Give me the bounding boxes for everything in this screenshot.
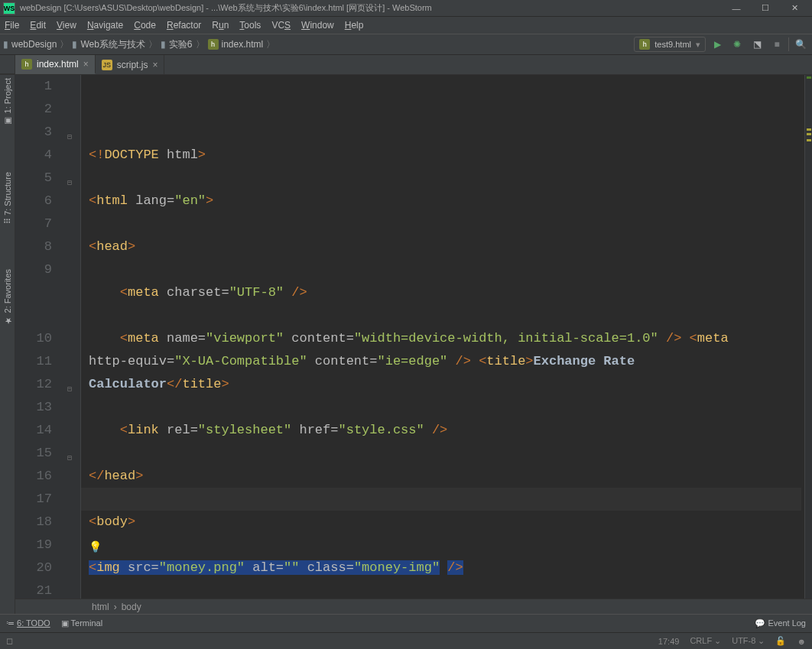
- menu-view[interactable]: View: [57, 20, 76, 31]
- fold-toggle-icon[interactable]: ⊟: [67, 126, 76, 135]
- code-editor[interactable]: 123456789101112131415161718192021 ⊟ ⊟ ⊟ …: [15, 75, 812, 599]
- breadcrumb: ▮webDesign 〉 ▮Web系统与技术 〉 ▮实验6 〉 hindex.h…: [3, 38, 634, 51]
- chevron-right-icon: 〉: [266, 38, 275, 51]
- error-stripe[interactable]: [804, 75, 812, 599]
- chevron-right-icon: 〉: [148, 38, 158, 51]
- js-file-icon: JS: [102, 60, 112, 70]
- tool-terminal[interactable]: ▣ Terminal: [61, 618, 102, 628]
- line-separator[interactable]: CRLF ⌄: [690, 636, 721, 646]
- menu-tools[interactable]: Tools: [239, 20, 261, 31]
- tool-todo[interactable]: ≔ 6: TODO: [6, 618, 50, 628]
- webstorm-app-icon: WS: [3, 2, 15, 15]
- fold-toggle-icon[interactable]: ⊟: [67, 378, 76, 388]
- left-tool-rail: ▣ 1: Project ⠿ 7: Structure ★ 2: Favorit…: [0, 75, 15, 614]
- maximize-button[interactable]: ☐: [751, 1, 780, 16]
- menu-vcs[interactable]: VCS: [271, 20, 291, 31]
- menu-refactor[interactable]: Refactor: [167, 20, 201, 31]
- run-config-label: test9.html: [654, 40, 691, 49]
- menu-code[interactable]: Code: [134, 20, 156, 31]
- status-icon[interactable]: ◻: [6, 636, 13, 646]
- crumb-item[interactable]: body: [122, 602, 141, 612]
- tool-project[interactable]: ▣ 1: Project: [2, 78, 12, 126]
- tool-favorites[interactable]: ★ 2: Favorites: [2, 269, 12, 326]
- minimize-button[interactable]: —: [722, 1, 751, 16]
- window-title: webDesign [C:\Users\ASUS\Desktop\webDesi…: [20, 2, 722, 14]
- breadcrumb-item[interactable]: ▮webDesign: [3, 39, 57, 50]
- fold-column[interactable]: ⊟ ⊟ ⊟ ⊟: [66, 75, 81, 599]
- html-file-icon: h: [639, 39, 650, 50]
- coverage-button[interactable]: ⬔: [749, 36, 765, 53]
- editor-tabs: h index.html × JS script.js ×: [0, 55, 812, 75]
- run-config-selector[interactable]: h test9.html ▾: [634, 37, 706, 52]
- chevron-right-icon: 〉: [196, 38, 205, 51]
- run-button[interactable]: ▶: [709, 36, 726, 53]
- breadcrumb-item[interactable]: ▮实验6: [161, 38, 193, 51]
- caret-position[interactable]: 17:49: [658, 637, 680, 646]
- tab-label: script.js: [117, 60, 148, 70]
- navigation-bar: ▮webDesign 〉 ▮Web系统与技术 〉 ▮实验6 〉 hindex.h…: [0, 34, 812, 55]
- debug-button[interactable]: ✺: [729, 36, 745, 53]
- tab-script-js[interactable]: JS script.js ×: [96, 55, 165, 74]
- folder-icon: ▮: [161, 39, 166, 50]
- folder-icon: ▮: [72, 39, 77, 50]
- status-bar: ◻ 17:49 CRLF ⌄ UTF-8 ⌄ 🔓 ☻: [0, 632, 812, 649]
- crumb-item[interactable]: html: [92, 602, 109, 612]
- chevron-right-icon: ›: [114, 602, 117, 612]
- menubar: File Edit View Navigate Code Refactor Ru…: [0, 17, 812, 34]
- close-tab-icon[interactable]: ×: [83, 59, 89, 70]
- fold-toggle-icon[interactable]: ⊟: [67, 172, 76, 181]
- chevron-down-icon: ▾: [696, 40, 700, 50]
- hector-icon[interactable]: ☻: [797, 637, 806, 646]
- menu-edit[interactable]: Edit: [30, 20, 46, 31]
- menu-window[interactable]: Window: [301, 20, 334, 31]
- chevron-right-icon: 〉: [60, 38, 69, 51]
- readonly-toggle-icon[interactable]: 🔓: [775, 636, 786, 646]
- close-window-button[interactable]: ✕: [780, 1, 809, 16]
- html-file-icon: h: [208, 39, 219, 50]
- code-area[interactable]: <!DOCTYPE html><html lang="en"><head> <m…: [81, 75, 804, 599]
- tool-structure[interactable]: ⠿ 7: Structure: [2, 172, 12, 224]
- menu-help[interactable]: Help: [345, 20, 364, 31]
- folder-icon: ▮: [3, 39, 8, 50]
- tab-index-html[interactable]: h index.html ×: [15, 55, 96, 74]
- stop-button[interactable]: ■: [768, 36, 785, 53]
- close-tab-icon[interactable]: ×: [152, 60, 158, 70]
- menu-file[interactable]: File: [5, 20, 19, 31]
- tab-label: index.html: [37, 59, 79, 70]
- fold-toggle-icon[interactable]: ⊟: [67, 447, 76, 456]
- intention-bulb-icon[interactable]: 💡: [89, 536, 99, 547]
- breadcrumb-item[interactable]: hindex.html: [208, 39, 264, 50]
- titlebar: WS webDesign [C:\Users\ASUS\Desktop\webD…: [0, 0, 812, 17]
- breadcrumb-item[interactable]: ▮Web系统与技术: [72, 38, 145, 51]
- current-line-highlight: [81, 488, 801, 511]
- editor-breadcrumb: html › body: [15, 599, 812, 614]
- menu-navigate[interactable]: Navigate: [87, 20, 123, 31]
- html-file-icon: h: [21, 59, 32, 70]
- tool-eventlog[interactable]: 💬 Event Log: [755, 618, 806, 628]
- file-encoding[interactable]: UTF-8 ⌄: [732, 636, 765, 646]
- menu-run[interactable]: Run: [212, 20, 229, 31]
- search-everywhere-button[interactable]: 🔍: [792, 36, 809, 53]
- bottom-toolbar: ≔ 6: TODO ▣ Terminal 💬 Event Log: [0, 614, 812, 632]
- line-number-gutter[interactable]: 123456789101112131415161718192021: [15, 75, 66, 599]
